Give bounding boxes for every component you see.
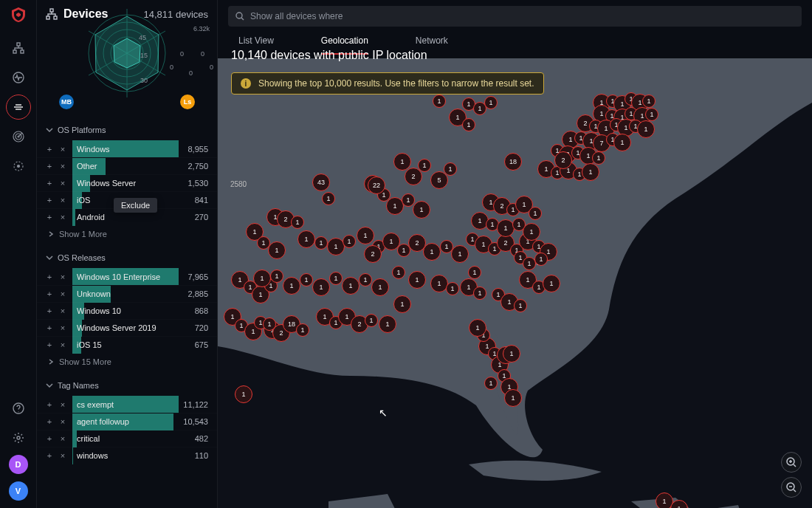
exclude-button[interactable]: × [58, 450, 68, 461]
map-marker[interactable]: 1 [637, 120, 655, 138]
exclude-button[interactable]: × [58, 340, 68, 350]
facet-row[interactable]: +×Windows Server 2019720 [37, 319, 217, 336]
include-button[interactable]: + [44, 195, 55, 205]
include-button[interactable]: + [44, 323, 55, 333]
include-button[interactable]: + [44, 144, 55, 154]
map-marker[interactable]: 1 [253, 270, 271, 287]
map-marker[interactable]: 1 [469, 319, 486, 337]
exclude-button[interactable]: × [58, 323, 68, 333]
map-marker[interactable]: 43 [312, 174, 330, 191]
include-button[interactable]: + [44, 306, 55, 316]
map-marker[interactable]: 1 [529, 207, 542, 220]
map-marker[interactable]: 1 [343, 235, 356, 248]
show-more[interactable]: Show 1 More [37, 225, 217, 243]
map-marker[interactable]: 1 [418, 159, 431, 172]
exclude-button[interactable]: × [58, 144, 68, 154]
map-marker[interactable]: 1 [357, 227, 374, 244]
devices-icon[interactable] [6, 95, 31, 120]
facet-row[interactable]: +×Other2,750 [37, 157, 217, 174]
exclude-button[interactable]: × [58, 289, 68, 299]
map-marker[interactable]: 1 [484, 377, 498, 390]
exclude-button[interactable]: × [58, 178, 68, 188]
map-marker[interactable]: 1 [451, 245, 469, 263]
facet-row[interactable]: +×agent followup10,543 [37, 413, 217, 430]
include-button[interactable]: + [44, 433, 55, 444]
map-marker[interactable]: 1 [379, 315, 396, 333]
map-marker[interactable]: 1 [268, 241, 286, 259]
map-marker[interactable]: 1 [270, 270, 283, 283]
map-marker[interactable]: 1 [300, 273, 313, 286]
help-icon[interactable] [6, 396, 31, 421]
settings-icon[interactable] [6, 425, 31, 450]
exclude-button[interactable]: × [58, 399, 68, 410]
map-marker[interactable]: 1 [613, 134, 631, 151]
facet-row[interactable]: +×Windows 10 Enterprise7,965 [37, 268, 217, 285]
include-button[interactable]: + [44, 399, 55, 410]
include-button[interactable]: + [44, 450, 55, 461]
include-button[interactable]: + [44, 272, 55, 282]
map-marker[interactable]: 1 [371, 278, 389, 296]
map-marker[interactable]: 1 [322, 192, 335, 205]
map-marker[interactable]: 1 [592, 151, 605, 165]
zoom-in-button[interactable] [781, 452, 802, 473]
facet-row[interactable]: +×Unknown2,885 [37, 285, 217, 302]
map-marker[interactable]: 1 [413, 201, 430, 219]
map-marker[interactable]: 1 [468, 266, 481, 279]
map-marker[interactable]: 1 [462, 118, 475, 131]
map-marker[interactable]: 1 [263, 318, 276, 331]
map-marker[interactable]: 1 [314, 236, 328, 250]
map-marker[interactable]: 1 [408, 271, 426, 289]
facet-header[interactable]: OS Releases [37, 250, 217, 268]
map-marker[interactable]: 1 [359, 273, 372, 286]
target-icon[interactable] [6, 154, 31, 179]
map-marker[interactable]: 1 [402, 193, 415, 207]
map-marker[interactable]: 1 [645, 108, 658, 121]
include-button[interactable]: + [44, 161, 55, 171]
exclude-button[interactable]: × [58, 161, 68, 171]
radar-icon[interactable] [6, 124, 31, 149]
map-marker[interactable]: 1 [365, 314, 378, 327]
pulse-icon[interactable] [6, 65, 31, 90]
facet-row[interactable]: +×iOS 15675 [37, 336, 217, 353]
map-marker[interactable]: 18 [504, 153, 522, 171]
map-marker[interactable]: 1 [534, 253, 548, 266]
facet-header[interactable]: Tag Names [37, 378, 217, 396]
map-marker[interactable]: 1 [582, 163, 599, 181]
map-marker[interactable]: 1 [484, 96, 498, 109]
search-input[interactable]: Show all devices where [228, 6, 802, 27]
map-marker[interactable]: 1 [329, 272, 343, 285]
map-marker[interactable]: 1 [642, 95, 656, 108]
map-marker[interactable]: 1 [342, 277, 359, 295]
map-marker[interactable]: 1 [393, 295, 411, 313]
map-marker[interactable]: 1 [297, 230, 315, 248]
facet-row[interactable]: +×Windows8,955 [37, 140, 217, 157]
map-marker[interactable]: 1 [296, 323, 309, 337]
include-button[interactable]: + [44, 289, 55, 299]
map-marker[interactable]: 1 [446, 282, 459, 295]
map-marker[interactable]: 1 [543, 275, 560, 292]
map-marker[interactable]: 1 [291, 216, 304, 229]
exclude-button[interactable]: × [58, 272, 68, 282]
include-button[interactable]: + [44, 212, 55, 222]
map-marker[interactable]: 1 [312, 278, 330, 296]
map-marker[interactable]: 1 [392, 266, 405, 279]
map-marker[interactable]: 1 [235, 385, 252, 403]
map-marker[interactable]: 1 [283, 277, 300, 295]
exclude-button[interactable]: × [58, 195, 68, 205]
map-marker[interactable]: 1 [444, 162, 457, 176]
show-more[interactable]: Show 15 More [37, 353, 217, 371]
map-marker[interactable]: 1 [523, 223, 540, 241]
facet-row[interactable]: +×critical482 [37, 430, 217, 447]
map-marker[interactable]: 2 [554, 151, 572, 169]
facet-row[interactable]: +×cs exempt11,122 [37, 396, 217, 413]
map-marker[interactable]: 2 [364, 245, 382, 263]
avatar[interactable]: V [9, 481, 28, 501]
facet-row[interactable]: +×Windows Server1,530 [37, 174, 217, 191]
sitemap-icon[interactable] [6, 35, 31, 61]
include-button[interactable]: + [44, 178, 55, 188]
facet-header[interactable]: OS Platforms [37, 123, 217, 140]
map-marker[interactable]: 1 [514, 299, 527, 312]
zoom-out-button[interactable] [781, 477, 802, 498]
include-button[interactable]: + [44, 416, 55, 427]
map[interactable]: 2580 134 1111111111112111111111711121111… [218, 58, 812, 508]
